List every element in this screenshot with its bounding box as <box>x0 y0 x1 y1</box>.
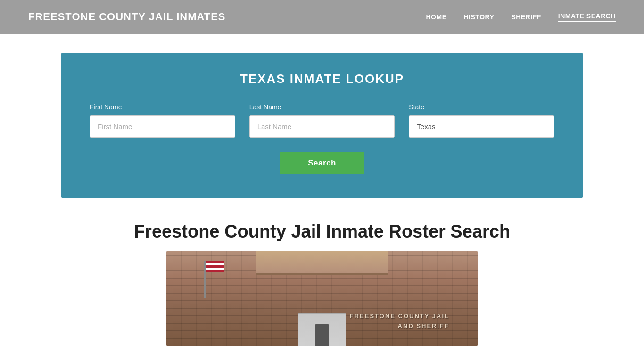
flag <box>206 261 224 272</box>
state-group: State <box>409 103 554 138</box>
entrance-door <box>315 324 329 346</box>
building-sign: FREESTONE COUNTY JAIL AND SHERIFF <box>350 312 449 331</box>
site-title: FREESTONE COUNTY JAIL INMATES <box>28 11 226 23</box>
first-name-label: First Name <box>90 103 235 111</box>
inmate-lookup-section: TEXAS INMATE LOOKUP First Name Last Name… <box>61 53 583 198</box>
building-top <box>256 251 388 275</box>
state-input[interactable] <box>409 115 554 138</box>
page-title-section: Freestone County Jail Inmate Roster Sear… <box>0 198 644 251</box>
search-button-row: Search <box>90 152 554 174</box>
search-button[interactable]: Search <box>280 152 364 174</box>
first-name-input[interactable] <box>90 115 235 138</box>
first-name-group: First Name <box>90 103 235 138</box>
building-entrance <box>298 313 346 346</box>
last-name-label: Last Name <box>249 103 395 111</box>
lookup-title: TEXAS INMATE LOOKUP <box>90 72 554 86</box>
building-background: FREESTONE COUNTY JAIL AND SHERIFF <box>166 251 478 346</box>
nav-home[interactable]: HOME <box>426 13 447 21</box>
nav-sheriff[interactable]: SHERIFF <box>511 13 541 21</box>
site-header: FREESTONE COUNTY JAIL INMATES HOME HISTO… <box>0 0 644 34</box>
nav-inmate-search[interactable]: INMATE SEARCH <box>558 12 616 22</box>
last-name-group: Last Name <box>249 103 395 138</box>
page-title: Freestone County Jail Inmate Roster Sear… <box>61 222 583 242</box>
building-image-section: FREESTONE COUNTY JAIL AND SHERIFF <box>0 251 644 346</box>
sub-header-spacer <box>0 34 644 53</box>
state-label: State <box>409 103 554 111</box>
form-fields-row: First Name Last Name State <box>90 103 554 138</box>
last-name-input[interactable] <box>249 115 395 138</box>
nav-history[interactable]: HISTORY <box>464 13 495 21</box>
main-nav: HOME HISTORY SHERIFF INMATE SEARCH <box>426 12 616 22</box>
building-image: FREESTONE COUNTY JAIL AND SHERIFF <box>166 251 478 346</box>
